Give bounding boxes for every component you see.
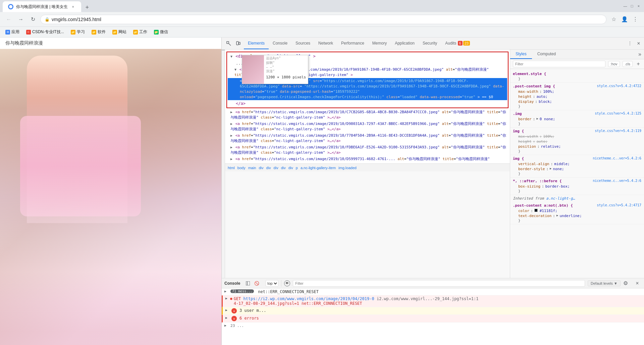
- expand-icon-3[interactable]: ▶: [225, 308, 227, 312]
- maximize-button[interactable]: □: [629, 3, 635, 9]
- styles-tab-more[interactable]: »: [636, 50, 644, 59]
- tab-memory[interactable]: Memory: [368, 38, 391, 49]
- style-source-4[interactable]: nicetheme.c..ver=5.4.2:6: [593, 156, 642, 161]
- csdn-bookmark[interactable]: C CSDN-专业IT技...: [23, 28, 67, 36]
- bc-p[interactable]: p: [296, 166, 298, 170]
- console-close-button[interactable]: ×: [633, 279, 641, 287]
- apps-bookmark[interactable]: ⊞ 应用: [3, 28, 22, 36]
- forward-button[interactable]: →: [16, 15, 25, 24]
- expand-icon-4[interactable]: ▶: [225, 316, 227, 320]
- tab-console[interactable]: Console: [269, 38, 291, 49]
- devtools-topbar: Elements Console Sources Network Perform…: [222, 38, 644, 50]
- styles-tab-styles[interactable]: Styles: [510, 50, 532, 59]
- tab-elements[interactable]: Elements: [244, 38, 269, 49]
- console-levels-button[interactable]: Default levels ▼: [588, 280, 621, 286]
- style-selector-5: *, ::after, ::before {: [513, 179, 562, 183]
- inherited-from-link[interactable]: a.nc-light-g…: [546, 196, 575, 201]
- study-bookmark[interactable]: 📁 学习: [68, 28, 88, 36]
- apps-label: 应用: [11, 29, 19, 35]
- bc-div4[interactable]: div: [281, 166, 286, 170]
- style-selector-4: img {: [513, 156, 524, 161]
- html-line-a-close[interactable]: </a>: [228, 100, 507, 107]
- cls-button[interactable]: .cls: [623, 61, 633, 67]
- active-tab[interactable]: 你与晚霞同样浪漫 | 唯美女生 ×: [3, 1, 81, 12]
- tab-sources[interactable]: Sources: [291, 38, 314, 49]
- url-text: vmgirls.com/12945.html: [52, 17, 602, 22]
- work-bookmark[interactable]: 📁 工作: [130, 28, 150, 36]
- page-header: 你与晚霞同样浪漫: [0, 38, 221, 49]
- bc-body[interactable]: body: [237, 166, 246, 170]
- devtools-close-button[interactable]: ×: [635, 40, 643, 48]
- svg-point-0: [9, 5, 12, 8]
- style-source-3[interactable]: style.css?ver=5.4.2:119: [595, 129, 641, 134]
- address-bar[interactable]: 🔒 vmgirls.com/12945.html: [40, 15, 606, 24]
- console-content[interactable]: ▶ 71 mess... net::ERR_CONNECTION_RESET ▶…: [222, 288, 644, 345]
- bc-main[interactable]: main: [248, 166, 256, 170]
- html-line-a3[interactable]: ▶ <a href="https://static.vmgirls.com/im…: [225, 121, 510, 132]
- console-entry-6-errors: ▶ ✕ 6 errors: [222, 315, 644, 323]
- style-prop-position: position : relative;: [513, 144, 641, 149]
- csdn-icon: C: [26, 30, 31, 34]
- preview-info: 远远Ayn" 探啊" — —" 浪漫" 1200 × 1800 pixels: [264, 55, 308, 80]
- html-line-a2[interactable]: ▶ <a href="https://static.vmgirls.com/im…: [225, 109, 510, 121]
- device-toolbar-icon[interactable]: [234, 39, 243, 48]
- style-source-6[interactable]: style.css?v=5.4.2:4717: [597, 203, 641, 208]
- elements-content[interactable]: ▼ <div class = "nc-light-gallery" >: [225, 50, 510, 163]
- bc-img[interactable]: img.loaded: [338, 166, 357, 170]
- add-style-button[interactable]: +: [635, 61, 641, 67]
- bc-div5[interactable]: div: [288, 166, 293, 170]
- console-settings-icon[interactable]: ⚙: [623, 280, 628, 286]
- color-swatch[interactable]: [534, 209, 538, 212]
- expand-icon-1[interactable]: ▶: [224, 289, 226, 293]
- bc-div2[interactable]: div: [266, 166, 271, 170]
- console-eye-icon[interactable]: 👁: [284, 280, 290, 286]
- html-line-a4[interactable]: ▶ <a href="https://static.vmgirls.com/im…: [225, 132, 510, 144]
- console-clear-icon[interactable]: 🚫: [253, 280, 260, 287]
- inspect-element-icon[interactable]: [224, 39, 233, 48]
- tab-more[interactable]: ⋮: [625, 38, 635, 49]
- expand-icon-2[interactable]: ▶: [225, 296, 227, 300]
- bc-html[interactable]: html: [228, 166, 235, 170]
- lock-icon: 🔒: [45, 17, 50, 22]
- wechat-bookmark[interactable]: 📁 微信: [151, 28, 171, 36]
- styles-tab-computed[interactable]: Computed: [532, 50, 561, 59]
- console-filter-input[interactable]: [293, 280, 585, 287]
- reload-button[interactable]: ↻: [28, 15, 38, 24]
- styles-content: element.style { } .post-content img { st…: [510, 69, 644, 278]
- bookmark-star-button[interactable]: ☆: [609, 15, 619, 24]
- preview-size: 远远Ayn" 探啊" — —" 浪漫" 1200 × 1800 pixels: [266, 56, 306, 79]
- minimize-button[interactable]: —: [623, 3, 628, 9]
- hov-button[interactable]: :hov: [608, 61, 620, 67]
- html-line-a6[interactable]: ▶ <a href="https://static.vmgirls.com/im…: [225, 156, 510, 162]
- bc-a[interactable]: a.nc-light-gallery-item: [301, 166, 336, 170]
- tab-close-button[interactable]: ×: [70, 4, 76, 9]
- tab-security[interactable]: Security: [419, 38, 441, 49]
- tab-application[interactable]: Application: [391, 38, 419, 49]
- back-button[interactable]: ←: [4, 15, 13, 24]
- profile-button[interactable]: 👤: [620, 15, 629, 24]
- website-bookmark[interactable]: 📁 网站: [110, 28, 129, 36]
- nav-actions: ☆ 👤 ⋮: [609, 15, 640, 24]
- styles-filter-input[interactable]: [513, 61, 605, 67]
- new-tab-button[interactable]: +: [83, 3, 92, 12]
- console-sidebar-icon[interactable]: [244, 280, 252, 287]
- entry-url[interactable]: https://i2.wp.com/www.vmgirls.com/image/…: [244, 296, 374, 301]
- software-bookmark[interactable]: 📁 软件: [89, 28, 108, 36]
- style-source-1[interactable]: style.css?v=5.4.2:4722: [597, 84, 641, 89]
- bc-div1[interactable]: div: [259, 166, 263, 170]
- html-line-a5[interactable]: ▶ <a href="https://static.vmgirls.com/im…: [225, 144, 510, 156]
- console-entry-net-reset: ▶ 71 mess... net::ERR_CONNECTION_RESET: [222, 288, 644, 295]
- expand-icon-5[interactable]: ▶: [224, 324, 226, 327]
- style-source-5[interactable]: nicetheme.c..ver=5.4.2:6: [593, 179, 642, 184]
- style-rule-img-dot: .img style.css?ver=5.4.2:125 border : ▶ …: [510, 110, 644, 128]
- menu-button[interactable]: ⋮: [631, 15, 640, 24]
- console-context-select[interactable]: top: [266, 280, 278, 287]
- tab-network[interactable]: Network: [314, 38, 337, 49]
- close-button[interactable]: ×: [636, 3, 641, 9]
- style-source-2[interactable]: style.css?ver=5.4.2:125: [595, 112, 641, 117]
- tab-performance[interactable]: Performance: [337, 38, 368, 49]
- entry-dots: 23 ...: [230, 324, 244, 328]
- style-prop-color: color : #11181f;: [513, 208, 641, 213]
- bc-div3[interactable]: div: [274, 166, 278, 170]
- tab-audits[interactable]: Audits 6 23: [441, 38, 474, 49]
